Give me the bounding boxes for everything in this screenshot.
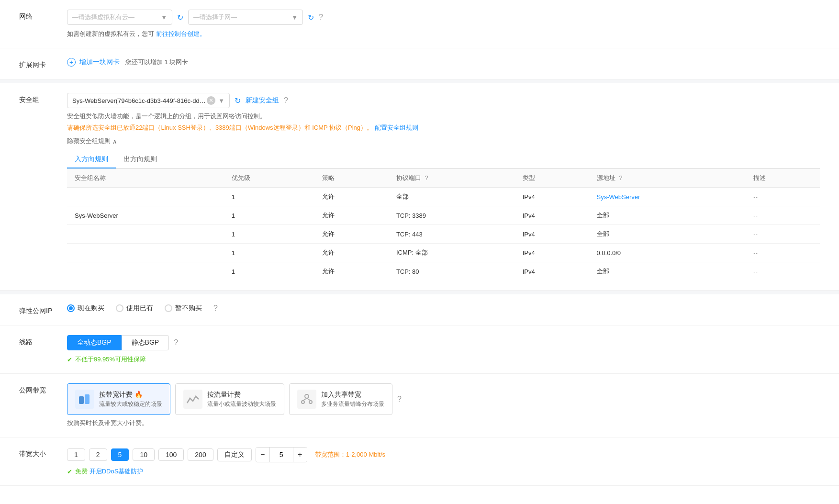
line-section: 线路 全动态BGP 静态BGP ? ✔ 不低于99.95%可用性保障 — [0, 325, 839, 374]
table-cell: 允许 — [314, 206, 389, 225]
bw-purchase-hint: 按购买时长及带宽大小计费。 — [67, 419, 820, 427]
line-btn-bgp-dynamic[interactable]: 全动态BGP — [67, 335, 122, 350]
table-cell: -- — [746, 206, 820, 225]
table-cell: -- — [746, 188, 820, 206]
bw-bandwidth-title: 按带宽计费 🔥 — [99, 391, 162, 399]
table-cell: IPv4 — [515, 244, 589, 262]
th-priority: 优先级 — [224, 169, 314, 188]
radio-circle-use-existing — [116, 304, 123, 312]
bw-size-2[interactable]: 2 — [89, 448, 107, 461]
bw-traffic-subtitle: 流量小或流量波动较大场景 — [207, 400, 276, 408]
th-type: 类型 — [515, 169, 589, 188]
sg-row: Sys-WebServer(794b6c1c-d3b3-449f-816c-dd… — [67, 93, 820, 108]
sg-help-icon[interactable]: ? — [284, 96, 288, 105]
public-bw-content: 按带宽计费 🔥 流量较大或较稳定的场景 按流量计费 — [67, 383, 820, 427]
bw-shared-title: 加入共享带宽 — [321, 391, 384, 399]
bw-type-help-icon[interactable]: ? — [397, 395, 402, 403]
sg-select[interactable]: Sys-WebServer(794b6c1c-d3b3-449f-816c-dd… — [67, 93, 230, 108]
table-row: 1允许ICMP: 全部IPv40.0.0.0/0-- — [67, 244, 820, 262]
network-section: 网络 —请选择虚拟私有云— ▼ ↻ —请选择子网— ▼ ↻ ? 如需创建新的虚拟… — [0, 0, 839, 48]
th-protocol-help-icon[interactable]: ? — [425, 174, 428, 181]
svg-line-6 — [307, 398, 311, 401]
sg-rules-table: 安全组名称 优先级 策略 协议端口 ? 类型 — [67, 168, 820, 280]
elastic-ip-label: 弹性公网IP — [19, 304, 67, 315]
table-cell: IPv4 — [515, 262, 589, 281]
bw-card-by-bandwidth[interactable]: 按带宽计费 🔥 流量较大或较稳定的场景 — [67, 383, 170, 415]
vpc-placeholder: —请选择虚拟私有云— — [72, 13, 134, 22]
bw-decrease-button[interactable]: − — [256, 448, 269, 462]
subnet-select[interactable]: —请选择子网— ▼ — [188, 10, 303, 25]
network-help-icon[interactable]: ? — [319, 13, 323, 22]
radio-skip[interactable]: 暂不购买 — [165, 304, 202, 313]
ddos-link-label: 开启DDoS基础防护 — [89, 468, 144, 475]
table-cell[interactable]: Sys-WebServer — [589, 188, 746, 206]
sg-clear-icon[interactable]: ✕ — [207, 96, 215, 105]
network-row: —请选择虚拟私有云— ▼ ↻ —请选择子网— ▼ ↻ ? — [67, 10, 820, 25]
availability-text: 不低于99.95%可用性保障 — [75, 355, 146, 364]
bw-shared-icon — [297, 390, 316, 409]
table-cell: 全部 — [389, 188, 515, 206]
sg-dropdown-icon: ▼ — [218, 97, 224, 104]
elastic-ip-section: 弹性公网IP 现在购买 使用已有 暂不购买 ? — [0, 294, 839, 325]
table-row: Sys-WebServer1允许TCP: 3389IPv4全部-- — [67, 206, 820, 225]
table-cell: TCP: 443 — [389, 225, 515, 244]
table-cell: TCP: 3389 — [389, 206, 515, 225]
bw-bandwidth-subtitle: 流量较大或较稳定的场景 — [99, 400, 162, 408]
bw-size-1[interactable]: 1 — [67, 448, 85, 461]
sg-label: 安全组 — [19, 93, 67, 280]
vpc-refresh-icon[interactable]: ↻ — [177, 13, 183, 22]
radio-use-existing[interactable]: 使用已有 — [116, 304, 153, 313]
bw-increase-button[interactable]: + — [293, 448, 307, 462]
bw-value-input[interactable]: 5 — [269, 448, 293, 462]
check-circle-icon: ✔ — [67, 356, 72, 363]
line-help-icon[interactable]: ? — [174, 338, 178, 347]
table-cell: IPv4 — [515, 206, 589, 225]
elastic-ip-radio-group: 现在购买 使用已有 暂不购买 ? — [67, 304, 820, 313]
th-source-help-icon[interactable]: ? — [619, 174, 622, 181]
sg-toggle-label: 隐藏安全组规则 — [67, 137, 111, 146]
bw-size-100[interactable]: 100 — [158, 448, 184, 461]
network-label: 网络 — [19, 10, 67, 38]
sg-rules-toggle[interactable]: 隐藏安全组规则 ∧ — [67, 137, 820, 146]
line-btn-bgp-static[interactable]: 静态BGP — [122, 335, 169, 350]
tab-outbound[interactable]: 出方向规则 — [116, 151, 165, 168]
radio-circle-skip — [165, 304, 172, 312]
bw-bandwidth-icon — [75, 390, 94, 409]
sg-refresh-icon[interactable]: ↻ — [235, 96, 241, 105]
th-source: 源地址 ? — [589, 169, 746, 188]
check-circle-icon-2: ✔ — [67, 468, 72, 475]
table-cell: 1 — [224, 188, 314, 206]
table-cell: ICMP: 全部 — [389, 244, 515, 262]
bw-card-by-traffic[interactable]: 按流量计费 流量小或流量波动较大场景 — [175, 383, 284, 415]
tab-inbound[interactable]: 入方向规则 — [67, 151, 116, 168]
table-cell: 允许 — [314, 244, 389, 262]
ddos-hint: ✔ 免费 开启DDoS基础防护 — [67, 467, 820, 476]
bw-size-200[interactable]: 200 — [188, 448, 213, 461]
ddos-link[interactable]: 免费 开启DDoS基础防护 — [75, 467, 143, 476]
th-sg-name: 安全组名称 — [67, 169, 224, 188]
add-nic-button[interactable]: + 增加一块网卡 — [67, 58, 120, 67]
bw-size-5[interactable]: 5 — [111, 448, 129, 461]
radio-buy-now[interactable]: 现在购买 — [67, 304, 104, 313]
table-cell — [67, 225, 224, 244]
config-sg-link[interactable]: 配置安全组规则 — [375, 124, 418, 131]
elastic-ip-help-icon[interactable]: ? — [213, 304, 218, 313]
bw-card-shared[interactable]: 加入共享带宽 多业务流量错峰分布场景 — [289, 383, 392, 415]
bw-range-hint: 带宽范围：1-2,000 Mbit/s — [315, 450, 385, 459]
sg-content: Sys-WebServer(794b6c1c-d3b3-449f-816c-dd… — [67, 93, 820, 280]
divider-1 — [0, 79, 839, 83]
bw-size-options: 1 2 5 10 100 200 — [67, 448, 252, 461]
expand-nic-content: + 增加一块网卡 您还可以增加 1 块网卡 — [67, 58, 820, 69]
bw-size-custom[interactable]: 自定义 — [217, 448, 252, 461]
vpc-select[interactable]: —请选择虚拟私有云— ▼ — [67, 10, 172, 25]
expand-nic-section: 扩展网卡 + 增加一块网卡 您还可以增加 1 块网卡 — [0, 48, 839, 79]
create-vpc-link[interactable]: 前往控制台创建。 — [156, 30, 206, 37]
bw-bandwidth-text: 按带宽计费 🔥 流量较大或较稳定的场景 — [99, 391, 162, 408]
subnet-refresh-icon[interactable]: ↻ — [308, 13, 314, 22]
new-sg-button[interactable]: 新建安全组 — [246, 96, 279, 105]
bw-size-10[interactable]: 10 — [133, 448, 155, 461]
create-hint: 如需创建新的虚拟私有云，您可 前往控制台创建。 — [67, 30, 820, 38]
bw-shared-text: 加入共享带宽 多业务流量错峰分布场景 — [321, 391, 384, 408]
sg-warning: 请确保所选安全组已放通22端口（Linux SSH登录）、3389端口（Wind… — [67, 123, 820, 132]
ddos-free-label: 免费 — [75, 468, 88, 475]
